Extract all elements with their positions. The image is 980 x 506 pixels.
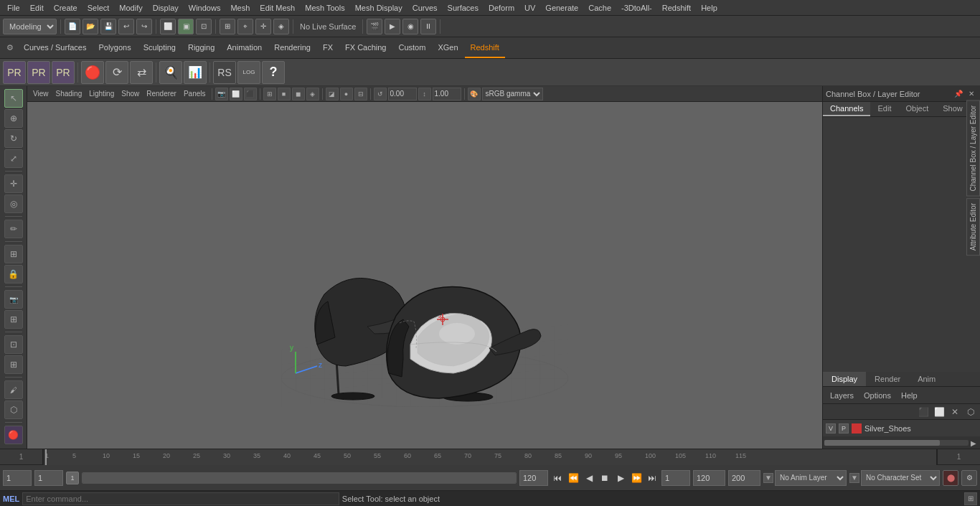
scale-tool-btn[interactable]: ⤢	[4, 149, 23, 168]
menu-select[interactable]: Select	[83, 2, 114, 14]
playback-start-input[interactable]	[661, 470, 690, 486]
shelf-tab-animation[interactable]: Animation	[221, 38, 268, 58]
shadow-btn[interactable]: ◪	[326, 88, 339, 100]
snap-grid-lt-btn[interactable]: ⊡	[4, 335, 23, 354]
shelf-icon-render-1[interactable]: 🍳	[159, 61, 182, 84]
scale-reset-btn[interactable]: ↕	[418, 88, 431, 100]
shelf-icon-render-2[interactable]: 📊	[184, 61, 207, 84]
shelf-icon-rs-light-1[interactable]: RS	[213, 61, 236, 84]
open-scene-btn[interactable]: 📂	[83, 19, 98, 34]
menu-mesh-display[interactable]: Mesh Display	[351, 2, 407, 14]
grid-btn[interactable]: ⊞	[4, 310, 23, 329]
frame-start-input[interactable]	[3, 470, 32, 486]
attribute-editor-edge-tab[interactable]: Attribute Editor	[966, 198, 980, 256]
snap-view-btn[interactable]: ⊞	[4, 355, 23, 374]
ao-btn[interactable]: ●	[340, 88, 353, 100]
rs-btn[interactable]: 🔴	[4, 426, 23, 444]
view-menu[interactable]: View	[30, 89, 52, 98]
shelf-tab-rendering[interactable]: Rendering	[268, 38, 316, 58]
display-gate-btn[interactable]: ⬛	[244, 88, 257, 100]
shelf-icon-pr-2[interactable]: PR	[27, 61, 50, 84]
save-scene-btn[interactable]: 💾	[100, 19, 116, 34]
layer-create-selected-btn[interactable]: ⬜	[933, 406, 946, 418]
select-obj-btn[interactable]: ▣	[178, 19, 194, 34]
camera-btn[interactable]: 📷	[4, 290, 23, 309]
tab-anim[interactable]: Anim	[909, 372, 944, 386]
render-settings-btn[interactable]: 🎬	[367, 19, 382, 34]
lighting-menu[interactable]: Lighting	[86, 89, 117, 98]
grid-visible-btn[interactable]: ⊟	[354, 88, 367, 100]
light-btn[interactable]: ◈	[306, 88, 319, 100]
shelf-icon-rs-1[interactable]: 🔴	[81, 61, 104, 84]
menu-display[interactable]: Display	[149, 2, 183, 14]
command-input[interactable]	[22, 492, 339, 505]
skip-to-end-btn[interactable]: ⏭	[646, 472, 659, 484]
lock-btn[interactable]: 🔒	[4, 265, 23, 284]
menu-cache[interactable]: Cache	[584, 2, 616, 14]
camera-icon-btn[interactable]: 📷	[215, 88, 228, 100]
menu-create[interactable]: Create	[50, 2, 82, 14]
preferences-btn[interactable]: ⚙	[961, 470, 977, 486]
menu-mesh[interactable]: Mesh	[226, 2, 254, 14]
snap-surface-btn[interactable]: ◈	[273, 19, 289, 34]
options-menu[interactable]: Options	[859, 390, 895, 401]
layers-menu[interactable]: Layers	[826, 390, 858, 401]
max-frame-input[interactable]	[728, 470, 760, 486]
play-back-btn[interactable]: ◀	[583, 472, 595, 484]
layer-options-btn[interactable]: ⬡	[964, 406, 977, 418]
lasso-select-btn[interactable]: ⊡	[196, 19, 212, 34]
shelf-icon-pr-3[interactable]: PR	[52, 61, 75, 84]
menu-deform[interactable]: Deform	[484, 2, 519, 14]
snap-point-btn[interactable]: ✛	[255, 19, 271, 34]
layer-delete-btn[interactable]: ✕	[948, 406, 961, 418]
menu-edit[interactable]: Edit	[26, 2, 48, 14]
shelf-tab-fx-caching[interactable]: FX Caching	[339, 38, 392, 58]
panels-menu[interactable]: Panels	[181, 89, 209, 98]
shelf-icon-help[interactable]: ?	[262, 61, 285, 84]
shelf-tab-custom[interactable]: Custom	[393, 38, 432, 58]
menu-3dtoall[interactable]: -3DtoAll-	[617, 2, 656, 14]
help-menu[interactable]: Help	[897, 390, 922, 401]
menu-uv[interactable]: UV	[520, 2, 540, 14]
skip-to-start-btn[interactable]: ⏮	[551, 472, 564, 484]
viewport-canvas[interactable]: z y persp	[27, 102, 822, 449]
layer-color-swatch[interactable]	[852, 423, 862, 434]
character-set-dropdown[interactable]: No Character Set	[861, 470, 940, 486]
sculpt-btn[interactable]: 🖌	[4, 380, 23, 399]
select-tool-btn[interactable]: ↖	[4, 89, 23, 108]
shelf-icon-rs-2[interactable]: ⟳	[105, 61, 128, 84]
rotate-reset-btn[interactable]: ↺	[374, 88, 387, 100]
workspace-dropdown[interactable]: Modeling	[3, 19, 57, 34]
layer-playback-btn[interactable]: P	[839, 423, 849, 434]
scrollbar-thumb[interactable]	[824, 440, 940, 446]
snap-curve-btn[interactable]: ⌖	[237, 19, 253, 34]
menu-file[interactable]: File	[3, 2, 24, 14]
wireframe-btn[interactable]: ⊞	[263, 88, 276, 100]
step-forward-btn[interactable]: ⏩	[630, 472, 643, 484]
shelf-gear-icon[interactable]: ⚙	[3, 41, 17, 55]
menu-edit-mesh[interactable]: Edit Mesh	[255, 2, 299, 14]
script-editor-btn[interactable]: ⊞	[964, 492, 977, 505]
layer-visibility-btn[interactable]: V	[826, 423, 836, 434]
paint-sel-btn[interactable]: ✏	[4, 220, 23, 238]
menu-modify[interactable]: Modify	[115, 2, 146, 14]
shelf-icon-pr-1[interactable]: PR	[3, 61, 26, 84]
colorspace-dropdown[interactable]: sRGB gamma	[482, 88, 543, 100]
lattice-btn[interactable]: ⬡	[4, 400, 23, 419]
shelf-icon-rs-3[interactable]: ⇄	[130, 61, 153, 84]
playback-end-input[interactable]	[693, 470, 725, 486]
shelf-tab-xgen[interactable]: XGen	[432, 38, 463, 58]
soft-select-btn[interactable]: ◎	[4, 195, 23, 213]
film-gate-btn[interactable]: ⬜	[230, 88, 242, 100]
show-menu[interactable]: Show	[118, 89, 142, 98]
show-manip-btn[interactable]: ⊞	[4, 245, 23, 263]
stop-btn[interactable]: ⏹	[598, 472, 611, 484]
rotate-tool-btn[interactable]: ↻	[4, 129, 23, 148]
character-set-arrow[interactable]: ▼	[849, 473, 859, 483]
play-forward-btn[interactable]: ▶	[614, 472, 627, 484]
frame-current-input[interactable]	[34, 470, 63, 486]
timeline-cursor[interactable]	[45, 449, 47, 465]
shelf-tab-polygons[interactable]: Polygons	[93, 38, 136, 58]
scroll-right-btn[interactable]: ▶	[969, 438, 979, 448]
shelf-icon-rs-light-2[interactable]: LOG	[237, 61, 260, 84]
